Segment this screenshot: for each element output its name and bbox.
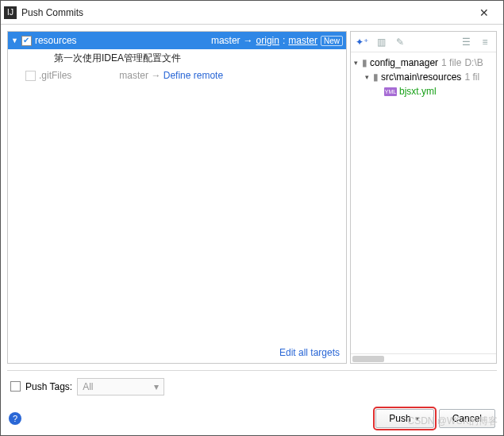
yml-file-icon: YML: [384, 87, 397, 96]
chevron-down-icon[interactable]: ▼: [414, 415, 421, 422]
repo-name: .gitFiles: [39, 70, 71, 81]
push-tags-dropdown[interactable]: All ▾: [77, 378, 164, 395]
expand-icon[interactable]: ☰: [460, 36, 472, 48]
file-name: bjsxt.yml: [399, 86, 437, 97]
push-tags-checkbox[interactable]: [10, 381, 21, 392]
repo-row-gitfiles[interactable]: .gitFiles master → Define remote: [8, 67, 346, 84]
chevron-down-icon: ▾: [154, 381, 159, 392]
repo-checkbox[interactable]: [21, 36, 32, 46]
title-bar: IJ Push Commits ✕: [1, 1, 503, 25]
chevron-down-icon[interactable]: ▾: [365, 73, 373, 81]
files-toolbar: ✦⁺ ▥ ✎ ☰ ≡: [351, 32, 496, 52]
node-label: src\main\resources: [381, 71, 461, 83]
collapse-icon[interactable]: ≡: [479, 36, 491, 48]
push-button[interactable]: Push ▼: [375, 409, 433, 428]
folder-icon: ▮: [362, 57, 367, 68]
repo-checkbox[interactable]: [25, 71, 36, 81]
group-icon[interactable]: ▥: [375, 36, 387, 48]
folder-icon: ▮: [373, 71, 379, 83]
content-area: ▼ resources master → origin : master New…: [1, 25, 503, 364]
local-branch: master: [211, 35, 240, 46]
push-button-label: Push: [389, 413, 410, 424]
commits-panel: ▼ resources master → origin : master New…: [7, 31, 347, 364]
repo-row-resources[interactable]: ▼ resources master → origin : master New: [8, 32, 346, 49]
node-meta: 1 file: [441, 57, 461, 68]
node-path: D:\B: [464, 57, 483, 68]
repo-name: resources: [35, 35, 77, 46]
define-remote-link[interactable]: Define remote: [164, 70, 223, 81]
edit-icon[interactable]: ✎: [394, 36, 406, 48]
local-branch: master: [119, 70, 148, 81]
chevron-down-icon[interactable]: ▾: [354, 59, 362, 67]
arrow-icon: →: [244, 35, 253, 46]
tree-node-folder[interactable]: ▾ ▮ src\main\resources 1 fil: [354, 70, 496, 84]
node-label: config_manager: [370, 57, 438, 68]
chevron-down-icon[interactable]: ▼: [11, 37, 18, 44]
new-badge: New: [321, 36, 343, 46]
dropdown-value: All: [83, 381, 93, 392]
window-title: Push Commits: [21, 7, 468, 18]
cancel-button-label: Cancel: [452, 413, 482, 424]
remote-name[interactable]: origin: [256, 35, 279, 46]
commit-row[interactable]: 第一次使用IDEA管理配置文件: [8, 49, 346, 67]
app-logo-icon: IJ: [4, 6, 17, 19]
files-panel: ✦⁺ ▥ ✎ ☰ ≡ ▾ ▮ config_manager 1 file D:\…: [350, 31, 497, 364]
arrow-icon: →: [151, 70, 160, 81]
help-icon[interactable]: ?: [9, 412, 21, 425]
commit-icon[interactable]: ✦⁺: [356, 36, 368, 48]
commit-message: 第一次使用IDEA管理配置文件: [54, 52, 181, 65]
options-bar: Push Tags: All ▾: [7, 370, 497, 402]
tree-node-project[interactable]: ▾ ▮ config_manager 1 file D:\B: [354, 56, 496, 70]
node-meta: 1 fil: [464, 71, 479, 83]
file-tree: ▾ ▮ config_manager 1 file D:\B ▾ ▮ src\m…: [351, 52, 496, 102]
cancel-button[interactable]: Cancel: [439, 409, 495, 428]
horizontal-scrollbar[interactable]: [351, 353, 496, 363]
tree-node-file[interactable]: YML bjsxt.yml: [354, 84, 496, 98]
scrollbar-thumb[interactable]: [352, 356, 384, 362]
push-tags-label: Push Tags:: [25, 381, 72, 392]
remote-branch[interactable]: master: [288, 35, 317, 46]
button-bar: ? Push ▼ Cancel: [1, 402, 503, 435]
edit-all-targets-link[interactable]: Edit all targets: [8, 342, 346, 363]
close-icon[interactable]: ✕: [468, 6, 500, 19]
